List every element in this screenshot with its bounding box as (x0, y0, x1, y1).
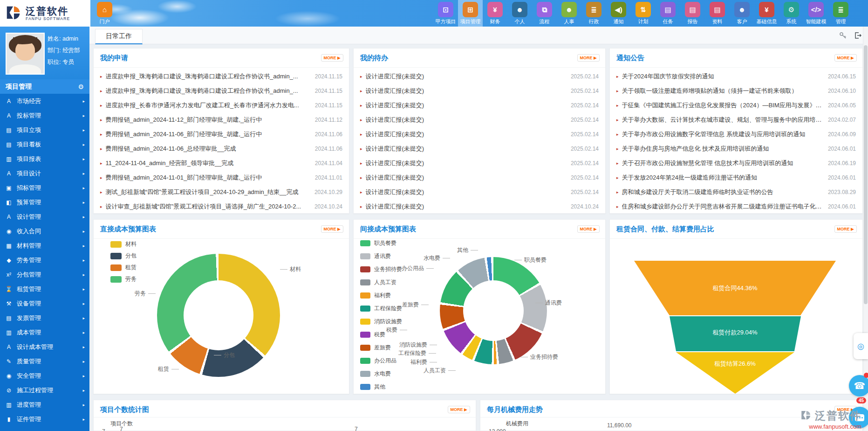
list-item[interactable]: ▸设计进度汇报(未提交)2025.02.14 (354, 170, 605, 185)
chart-callout-label: 人员工资 (424, 367, 456, 375)
more-button[interactable]: MORE ▶ (448, 406, 470, 413)
list-item[interactable]: ▸设计进度汇报(未提交)2024.10.24 (354, 199, 605, 214)
sidebar-item-18[interactable]: ✎质量管理▸ (0, 354, 89, 368)
user-info: 姓名: admin 部门: 经营部 职位: 专员 (48, 33, 80, 68)
list-item[interactable]: ▸进度款申报_珠海鹤港口建设_珠海鹤港口建设工程合作协议书_admin_...2… (94, 83, 349, 98)
list-item[interactable]: ▸关于举办住房与房地产信息化 技术及应用培训班的通知2024.06.01 (610, 141, 862, 156)
sidebar-item-17[interactable]: A设计成本管理▸ (0, 340, 89, 354)
sidebar-module-header[interactable]: 项目管理 ⚙ (0, 79, 89, 94)
topnav-item-1[interactable]: ⊞项目管理 (458, 0, 483, 27)
sidebar-item-0[interactable]: A市场经营▸ (0, 94, 89, 108)
list-item[interactable]: ▸于征集《中国建筑施工行业信息化发展报告（2024）—BIM应用与发展》材料..… (610, 98, 862, 112)
sidebar-item-4[interactable]: ▥项目报表▸ (0, 152, 89, 166)
phone-support-button[interactable]: ☎ (849, 375, 868, 396)
topnav-item-0[interactable]: ⊡甲方项目 (433, 0, 458, 27)
sidebar-item-2[interactable]: ▤项目立项▸ (0, 123, 89, 137)
more-button[interactable]: MORE ▶ (577, 225, 600, 233)
sidebar-item-7[interactable]: ◧预算管理▸ (0, 195, 89, 209)
customer-service-widget[interactable]: ◎ (854, 333, 868, 359)
sidebar-item-9[interactable]: ◉收入合同▸ (0, 224, 89, 238)
list-item[interactable]: ▸关于领取一级注册建造师增项贴的通知（须持一建证书前来领取）2024.06.10 (610, 83, 862, 98)
sidebar-item-5[interactable]: A项目设计▸ (0, 166, 89, 181)
topnav-item-12[interactable]: ☻客户 (730, 0, 754, 27)
more-button[interactable]: MORE ▶ (321, 54, 343, 62)
list-item[interactable]: ▸进度款申报_长春市伊通河水力发电厂改建工程_长春市伊通河水力发电...2024… (94, 98, 349, 112)
sidebar-item-13[interactable]: ⌛租赁管理▸ (0, 282, 89, 296)
topnav-item-10[interactable]: ▤报告 (680, 0, 705, 27)
gear-icon[interactable]: ⚙ (78, 83, 84, 90)
list-item[interactable]: ▸测试_彭祖新城“四馆”景观工程设计项目_2024-10-29_admin_结束… (94, 185, 349, 199)
list-item[interactable]: ▸设计进度汇报(未提交)2025.02.14 (354, 112, 605, 127)
sidebar-item-16[interactable]: ▥成本管理▸ (0, 325, 89, 340)
list-item[interactable]: ▸设计进度汇报(未提交)2025.02.14 (354, 98, 605, 112)
sidebar-item-19[interactable]: ◉安全管理▸ (0, 368, 89, 383)
topnav-item-7[interactable]: ◀)通知 (606, 0, 631, 27)
list-item[interactable]: ▸关于2024年国庆节放假安排的通知2024.06.15 (610, 69, 862, 83)
topnav-item-8[interactable]: ⇅计划 (631, 0, 656, 27)
list-item[interactable]: ▸费用报销_admin_2024-11-06_部门经理审批_胡建,_运行中202… (94, 127, 349, 141)
sidebar-item-14[interactable]: ⚒设备管理▸ (0, 296, 89, 311)
sidebar-item-1[interactable]: A投标管理▸ (0, 108, 89, 123)
sidebar-item-10[interactable]: ▦材料管理▸ (0, 238, 89, 253)
project-report-icon: ▥ (5, 156, 13, 162)
topnav-portal[interactable]: ⌂ 门户 (92, 0, 117, 27)
list-item[interactable]: ▸设计进度汇报(未提交)2025.02.14 (354, 141, 605, 156)
topnav-item-4[interactable]: ⧉流程 (532, 0, 557, 27)
tab-daily-work[interactable]: 日常工作 (95, 29, 143, 44)
list-item[interactable]: ▸11_2024-11-04_admin_经营部_领导审批__完成2024.11… (94, 156, 349, 170)
market-icon: A (5, 98, 13, 104)
topnav-item-2[interactable]: ¥财务 (483, 0, 507, 27)
list-item[interactable]: ▸住房和城乡建设部办公厅关于同意吉林省开展二级建造师注册证书电子化试点...20… (610, 199, 862, 214)
more-button[interactable]: MORE ▶ (834, 225, 857, 233)
topnav-item-13[interactable]: ¥基础信息 (754, 0, 779, 27)
list-item[interactable]: ▸关于发放2024年第24批一级建造师注册证书的通知2024.06.01 (610, 170, 862, 185)
sidebar-item-3[interactable]: ▤项目看板▸ (0, 137, 89, 152)
password-key-icon[interactable] (839, 32, 847, 39)
scrollbar-thumb[interactable] (864, 45, 868, 304)
list-item[interactable]: ▸设计进度汇报(未提交)2025.02.14 (354, 127, 605, 141)
vertical-scrollbar[interactable] (863, 27, 868, 431)
more-button[interactable]: MORE ▶ (321, 225, 343, 233)
topnav-item-11[interactable]: ▤资料 (705, 0, 730, 27)
contact-icon: ◎ (857, 341, 864, 351)
sidebar-item-6[interactable]: ▣招标管理▸ (0, 181, 89, 195)
list-item[interactable]: ▸设计进度汇报(未提交)2025.02.14 (354, 69, 605, 83)
sidebar-item-label: 设计管理 (17, 213, 41, 221)
list-item[interactable]: ▸进度款申报_珠海鹤港口建设_珠海鹤港口建设工程合作协议书_admin_...2… (94, 69, 349, 83)
logout-icon[interactable] (854, 32, 861, 39)
list-item[interactable]: ▸费用报销_admin_2024-11-06_总经理审批__完成2024.11.… (94, 141, 349, 156)
list-item-date: 2025.02.14 (571, 88, 599, 94)
sidebar-item-11[interactable]: ◆劳务管理▸ (0, 253, 89, 267)
topnav-item-15[interactable]: </>智能建模 (804, 0, 828, 27)
topnav-item-6[interactable]: ≣行政 (581, 0, 606, 27)
chevron-right-icon: ▸ (82, 157, 85, 161)
list-item[interactable]: ▸房和城乡建设厅关于取消二级建造师临时执业证书的公告2023.08.29 (610, 185, 862, 199)
legend-label: 通讯费 (374, 252, 391, 260)
sidebar-item-15[interactable]: ▤发票管理▸ (0, 311, 89, 325)
sidebar-item-12[interactable]: x²分包管理▸ (0, 267, 89, 282)
avatar[interactable] (6, 33, 45, 75)
sidebar-item-21[interactable]: ▥进度管理▸ (0, 397, 89, 412)
sidebar-item-8[interactable]: A设计管理▸ (0, 209, 89, 224)
topnav-item-16[interactable]: ≣管理 (828, 0, 853, 27)
more-button[interactable]: MORE ▶ (834, 54, 857, 62)
more-button[interactable]: MORE ▶ (577, 54, 600, 62)
bullet-icon: ▸ (360, 190, 362, 195)
list-item[interactable]: ▸设计审查_彭祖新城“四馆”景观工程设计项目_请选择_胡广生_2024-10-2… (94, 199, 349, 214)
list-item[interactable]: ▸关于召开市政公用设施智慧化管理 信息技术与应用培训班的通知2024.06.19 (610, 156, 862, 170)
list-item[interactable]: ▸费用报销_admin_2024-11-01_部门经理审批_胡建,_运行中202… (94, 170, 349, 185)
sidebar-item-22[interactable]: ▮证件管理▸ (0, 412, 89, 426)
sidebar-item-20[interactable]: ⊘施工过程管理▸ (0, 383, 89, 397)
topnav-item-14[interactable]: ⚙系统 (779, 0, 804, 27)
list-item[interactable]: ▸费用报销_admin_2024-11-12_部门经理审批_胡建,_运行中202… (94, 112, 349, 127)
list-item[interactable]: ▸设计进度汇报(未提交)2025.02.14 (354, 156, 605, 170)
list-item[interactable]: ▸关于举办市政公用设施数字化管理信息 系统建设与应用培训班的通知2024.06.… (610, 127, 862, 141)
list-item[interactable]: ▸关于举办大数据、云计算技术在城市建设、规划、管理与服务中的应用培训班...20… (610, 112, 862, 127)
topnav-item-9[interactable]: ▤任务 (656, 0, 680, 27)
bullet-icon: ▸ (360, 74, 362, 79)
list-item-text: 关于举办住房与房地产信息化 技术及应用培训班的通知 (622, 145, 822, 153)
list-item[interactable]: ▸设计进度汇报(未提交)2025.02.14 (354, 83, 605, 98)
list-item[interactable]: ▸设计进度汇报(未提交)2025.02.14 (354, 185, 605, 199)
topnav-item-5[interactable]: ☻人事 (557, 0, 581, 27)
topnav-item-3[interactable]: ☻个人 (507, 0, 532, 27)
